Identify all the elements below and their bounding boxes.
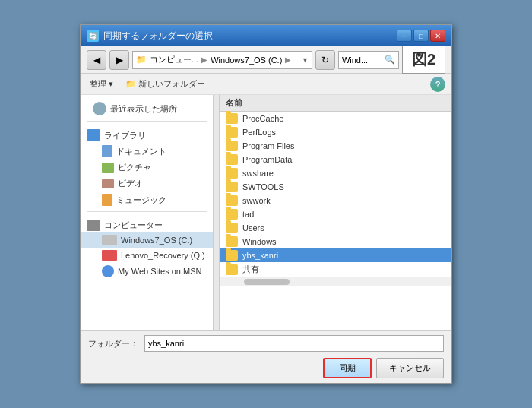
folder-icon <box>226 250 238 261</box>
list-item[interactable]: Program Files <box>220 139 451 153</box>
sync-button[interactable]: 同期 <box>323 358 372 378</box>
address-bar[interactable]: 📁 コンピュー... ▶ Windows7_OS (C:) ▶ ▼ <box>132 51 312 69</box>
window-icon: 🔄 <box>87 30 99 42</box>
buttons-row: 同期 キャンセル <box>88 358 444 378</box>
folder-icon <box>226 264 238 275</box>
recovery-icon <box>102 250 117 261</box>
cancel-button[interactable]: キャンセル <box>376 358 444 378</box>
maximize-button[interactable]: □ <box>413 30 429 42</box>
forward-icon: ▶ <box>116 55 123 65</box>
figure-label: 図2 <box>402 46 445 74</box>
folder-icon <box>226 209 238 220</box>
folder-icon <box>226 141 238 151</box>
new-folder-button[interactable]: 📁 新しいフォルダー <box>125 78 205 90</box>
list-item[interactable]: ProgramData <box>220 153 451 166</box>
h-scroll-thumb[interactable] <box>244 279 290 285</box>
web-item[interactable]: My Web Sites on MSN <box>81 263 213 280</box>
refresh-button[interactable]: ↻ <box>315 50 335 70</box>
list-item[interactable]: Windows <box>220 235 451 248</box>
drive-q-item[interactable]: Lenovo_Recovery (Q:) <box>81 248 213 263</box>
address-part1: コンピュー... <box>150 54 198 65</box>
separator2 <box>87 211 207 212</box>
title-controls: ─ □ ✕ <box>397 30 445 42</box>
folder-label: フォルダー： <box>88 338 138 349</box>
list-item[interactable]: ProcCache <box>220 112 451 125</box>
libraries-header: ライブラリ <box>81 125 213 143</box>
toolbar: ◀ ▶ 📁 コンピュー... ▶ Windows7_OS (C:) ▶ ▼ ↻ … <box>81 46 451 74</box>
folder-icon <box>226 182 238 192</box>
dialog-window: 🔄 同期するフォルダーの選択 ─ □ ✕ ◀ ▶ 📁 コンピュー... ▶ Wi… <box>80 24 452 384</box>
folder-icon <box>226 195 238 206</box>
minimize-button[interactable]: ─ <box>397 30 412 42</box>
list-item[interactable]: 共有 <box>220 262 451 277</box>
videos-icon <box>102 179 114 188</box>
folder-icon <box>226 223 238 233</box>
list-item[interactable]: swshare <box>220 166 451 180</box>
horizontal-scrollbar[interactable] <box>220 277 451 286</box>
drive-c-item[interactable]: Windows7_OS (C:) <box>81 232 213 248</box>
list-item[interactable]: SWTOOLS <box>220 180 451 194</box>
recent-places-item[interactable]: 最近表示した場所 <box>81 100 213 118</box>
pictures-icon <box>102 163 114 173</box>
folder-icon <box>226 127 238 138</box>
help-icon: ? <box>435 80 441 89</box>
organize-menu[interactable]: 整理 ▾ <box>87 77 116 91</box>
column-header-name: 名前 <box>220 95 451 112</box>
address-part2: Windows7_OS (C:) <box>211 55 282 65</box>
pictures-item[interactable]: ピクチャ <box>81 160 213 176</box>
forward-button[interactable]: ▶ <box>109 50 129 70</box>
window-title: 同期するフォルダーの選択 <box>103 30 213 43</box>
panel-divider <box>214 95 220 330</box>
recent-icon <box>93 102 106 115</box>
address-sep2: ▶ <box>285 55 291 64</box>
computer-header: コンピューター <box>81 215 213 232</box>
search-icon: 🔍 <box>385 55 395 65</box>
new-folder-icon: 📁 <box>125 79 136 89</box>
folder-icon <box>226 113 238 124</box>
libraries-icon <box>87 129 100 141</box>
list-item[interactable]: tad <box>220 207 451 221</box>
left-panel: 最近表示した場所 ライブラリ ドキュメント ピクチャ ビデオ ミュージック <box>81 95 214 330</box>
refresh-icon: ↻ <box>321 55 329 65</box>
folder-icon <box>226 168 238 179</box>
folder-path-row: フォルダー： <box>88 335 444 352</box>
organize-arrow: ▾ <box>109 79 113 88</box>
music-icon <box>102 194 112 206</box>
folder-icon-sm: 📁 <box>136 55 147 65</box>
documents-icon <box>102 145 112 157</box>
menu-bar: 整理 ▾ 📁 新しいフォルダー ? <box>81 74 451 95</box>
address-sep: ▶ <box>201 55 207 64</box>
right-panel: 名前 ProcCache PerfLogs Program Files Prog… <box>220 95 451 330</box>
title-bar-left: 🔄 同期するフォルダーの選択 <box>87 30 213 43</box>
help-button[interactable]: ? <box>430 77 445 92</box>
close-button[interactable]: ✕ <box>430 30 445 42</box>
folder-icon <box>226 154 238 165</box>
list-item[interactable]: swwork <box>220 194 451 207</box>
videos-item[interactable]: ビデオ <box>81 176 213 191</box>
address-dropdown-icon[interactable]: ▼ <box>302 56 309 64</box>
search-box[interactable]: Wind... 🔍 <box>338 51 399 69</box>
list-item[interactable]: PerfLogs <box>220 125 451 139</box>
content-area: 最近表示した場所 ライブラリ ドキュメント ピクチャ ビデオ ミュージック <box>81 95 451 331</box>
folder-icon <box>226 236 238 247</box>
music-item[interactable]: ミュージック <box>81 191 213 208</box>
computer-icon <box>87 220 100 231</box>
documents-item[interactable]: ドキュメント <box>81 143 213 160</box>
search-placeholder: Wind... <box>342 55 368 65</box>
drive-c-icon <box>102 235 117 245</box>
list-item[interactable]: Users <box>220 221 451 235</box>
back-icon: ◀ <box>93 55 100 65</box>
separator <box>87 121 207 122</box>
list-item-selected[interactable]: ybs_kanri <box>220 248 451 262</box>
web-icon <box>102 265 114 277</box>
back-button[interactable]: ◀ <box>87 50 106 70</box>
footer: フォルダー： 同期 キャンセル <box>81 331 451 383</box>
folder-input[interactable] <box>144 335 444 352</box>
title-bar: 🔄 同期するフォルダーの選択 ─ □ ✕ <box>81 25 451 46</box>
